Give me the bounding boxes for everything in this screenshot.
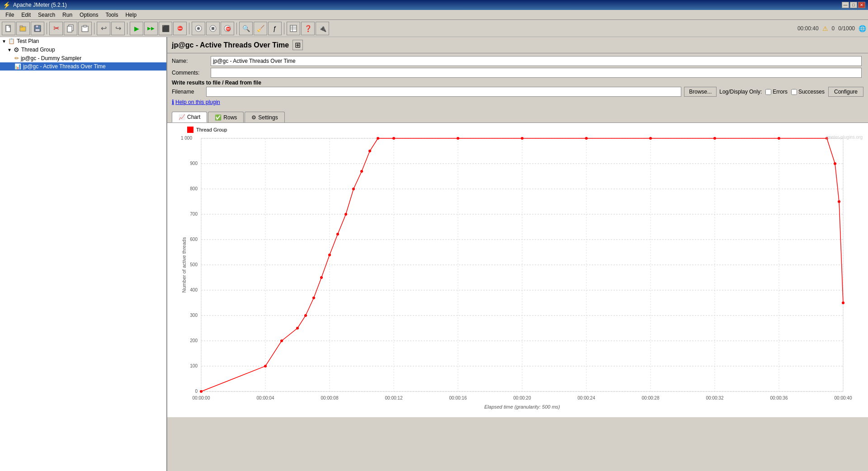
toolbar-status: 00:00:40 ⚠ 0 0/1000 🌐 <box>797 25 866 32</box>
menu-file[interactable]: File <box>2 11 18 19</box>
shutdown-button[interactable]: ⛔ <box>173 22 187 35</box>
filename-input[interactable] <box>206 87 681 97</box>
chart-tab-icon: 📈 <box>179 114 185 120</box>
remote-stop-button[interactable] <box>206 22 220 35</box>
listener-icon: 📊 <box>14 63 21 70</box>
minimize-button[interactable]: — <box>842 2 849 8</box>
close-button[interactable]: ✕ <box>858 2 865 8</box>
test-plan-tree: ▼ 📋 Test Plan ▼ ⚙ Thread Group ✏ jp@gc -… <box>0 37 167 471</box>
rows-tab-label: Rows <box>223 114 237 121</box>
dot-0 <box>200 390 203 393</box>
dot-13 <box>377 137 379 140</box>
menu-help[interactable]: Help <box>122 11 140 19</box>
svg-text:0: 0 <box>195 389 198 394</box>
tree-item-dummy-sampler[interactable]: ✏ jp@gc - Dummy Sampler <box>0 54 166 62</box>
svg-rect-7 <box>67 26 72 32</box>
successes-checkbox-wrapper: Successes <box>791 89 825 95</box>
dot-6 <box>320 276 323 279</box>
function-helper-button[interactable]: ƒ <box>268 22 282 35</box>
tree-item-test-plan[interactable]: ▼ 📋 Test Plan <box>0 37 166 45</box>
dot-11 <box>360 170 363 173</box>
start-no-pause-button[interactable]: ▶▶ <box>144 22 158 35</box>
errors-checkbox[interactable] <box>765 89 771 95</box>
filename-row: Filename Browse... Log/Display Only: Err… <box>172 87 863 97</box>
plugin-manager-button[interactable]: 🔌 <box>316 22 329 35</box>
browse-button[interactable]: Browse... <box>684 87 717 97</box>
chart-watermark: jmeter-plugins.org <box>826 135 863 140</box>
tab-rows[interactable]: ✅ Rows <box>208 112 244 122</box>
logdisplay-row: Log/Display Only: Errors Successes Confi… <box>719 87 863 97</box>
comments-input[interactable] <box>211 68 862 78</box>
redo-button[interactable]: ↪ <box>111 22 125 35</box>
copy-button[interactable] <box>64 22 77 35</box>
app-icon: ⚡ <box>3 1 10 9</box>
dot-23 <box>838 200 840 203</box>
chart-tab-label: Chart <box>187 114 200 120</box>
chart-legend: Thread Group <box>169 125 866 134</box>
clear-button[interactable]: 🧹 <box>254 22 267 35</box>
open-button[interactable] <box>16 22 30 35</box>
tree-item-thread-group[interactable]: ▼ ⚙ Thread Group <box>0 45 166 54</box>
svg-text:00:00:12: 00:00:12 <box>385 396 403 400</box>
start-button[interactable]: ▶ <box>130 22 143 35</box>
tree-label: jp@gc - Active Threads Over Time <box>23 63 106 70</box>
table-button[interactable] <box>287 22 300 35</box>
svg-text:400: 400 <box>190 287 198 292</box>
menu-search[interactable]: Search <box>34 11 59 19</box>
svg-rect-2 <box>20 26 23 27</box>
undo-button[interactable]: ↩ <box>97 22 110 35</box>
chart-svg-container: jmeter-plugins.org 0 100 <box>169 134 866 415</box>
rows-tab-icon: ✅ <box>215 114 222 121</box>
svg-text:00:00:16: 00:00:16 <box>449 396 467 400</box>
svg-rect-5 <box>35 29 40 31</box>
warning-icon: ⚠ <box>822 25 828 32</box>
stop-button[interactable]: ⬛ <box>159 22 172 35</box>
test-plan-icon: 📋 <box>8 38 15 44</box>
dot-14 <box>392 137 395 140</box>
sampler-icon: ✏ <box>14 55 19 61</box>
name-input[interactable] <box>211 56 862 66</box>
tree-label: Test Plan <box>17 38 39 44</box>
search-toolbar-button[interactable]: 🔍 <box>239 22 253 35</box>
svg-text:1 000: 1 000 <box>181 136 192 141</box>
dot-15 <box>457 137 459 140</box>
menu-edit[interactable]: Edit <box>18 11 34 19</box>
svg-rect-16 <box>290 25 297 32</box>
toolbar-sep-4 <box>189 23 189 34</box>
help-link-row: ℹ Help on this plugin <box>172 99 863 105</box>
menu-run[interactable]: Run <box>59 11 76 19</box>
help-toolbar-button[interactable]: ❓ <box>301 22 315 35</box>
dot-19 <box>713 137 716 140</box>
dot-5 <box>312 297 315 299</box>
info-icon: ℹ <box>172 99 174 105</box>
help-link[interactable]: ℹ Help on this plugin <box>172 99 863 105</box>
cut-button[interactable]: ✂ <box>49 22 63 35</box>
tree-item-active-threads[interactable]: 📊 jp@gc - Active Threads Over Time <box>0 62 166 71</box>
maximize-button[interactable]: □ <box>850 2 857 8</box>
toolbar-sep-1 <box>47 23 47 34</box>
toolbar-sep-2 <box>94 23 94 34</box>
remote-shutdown-button[interactable]: ⛔ <box>221 22 234 35</box>
svg-rect-4 <box>36 25 38 28</box>
menu-options[interactable]: Options <box>76 11 102 19</box>
chart-visualization: 0 100 200 300 400 <box>169 134 866 414</box>
tab-chart[interactable]: 📈 Chart <box>172 112 207 122</box>
toolbar-sep-5 <box>236 23 237 34</box>
dot-22 <box>834 162 836 165</box>
save-button[interactable] <box>31 22 44 35</box>
tabs-bar: 📈 Chart ✅ Rows ⚙ Settings <box>167 110 868 123</box>
dot-18 <box>649 137 652 140</box>
successes-checkbox[interactable] <box>791 89 797 95</box>
expand-button[interactable]: ⊞ <box>292 40 303 50</box>
configure-button[interactable]: Configure <box>828 87 863 97</box>
svg-text:500: 500 <box>190 262 198 267</box>
paste-button[interactable] <box>78 22 92 35</box>
settings-tab-label: Settings <box>258 114 278 121</box>
menu-tools[interactable]: Tools <box>102 11 122 19</box>
dot-2 <box>280 339 283 342</box>
svg-text:00:00:40: 00:00:40 <box>835 396 852 400</box>
new-button[interactable] <box>2 22 15 35</box>
thread-status: 0/1000 <box>838 25 855 32</box>
tab-settings[interactable]: ⚙ Settings <box>245 112 284 122</box>
remote-start-all-button[interactable] <box>192 22 205 35</box>
